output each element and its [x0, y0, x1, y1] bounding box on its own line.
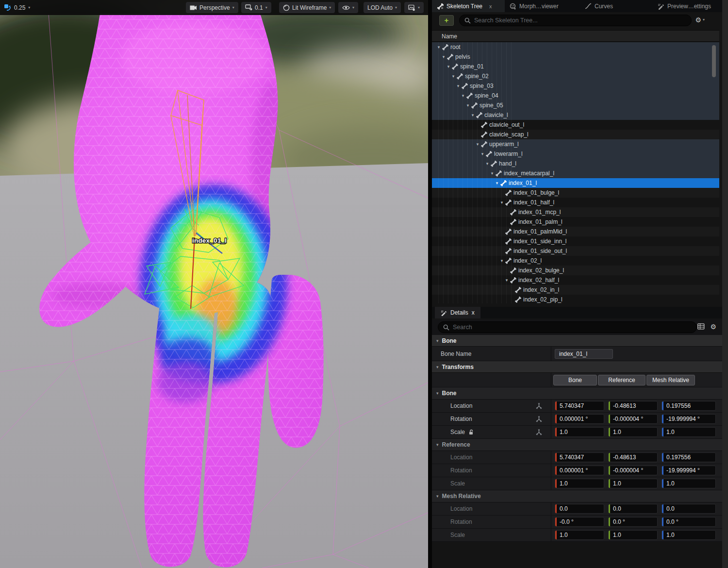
section-header-transforms[interactable]: ▾ Transforms — [432, 361, 722, 373]
tree-row-index_01_palmMid_l[interactable]: index_01_palmMid_l — [432, 227, 719, 236]
tree-row-spine_04[interactable]: ▾spine_04 — [432, 91, 719, 100]
screenshot-dropdown[interactable]: ▾ — [404, 2, 424, 13]
tree-row-index_01_palm_l[interactable]: index_01_palm_l — [432, 217, 719, 227]
expander-icon[interactable]: ▾ — [455, 84, 461, 88]
z-value-field[interactable]: -19.999994 ° — [662, 466, 716, 475]
y-value-field[interactable]: -0.48613 — [608, 452, 658, 462]
tree-row-index_01_l[interactable]: ▾index_01_l — [432, 178, 719, 188]
subsection-header-reference[interactable]: ▾Reference — [432, 439, 722, 451]
viewport-3d[interactable]: index_01_l 0.25 ▾ Perspective ▾ — [0, 0, 428, 568]
bone-name-field[interactable]: index_01_l — [555, 349, 613, 359]
tree-column-header[interactable]: Name — [432, 30, 719, 42]
show-flags-dropdown[interactable]: ▾ — [338, 2, 358, 13]
expander-icon[interactable]: ▾ — [475, 142, 480, 147]
y-value-field[interactable]: 1.0 — [608, 479, 658, 488]
tree-row-clavicle_scap_l[interactable]: clavicle_scap_l — [432, 130, 719, 139]
expander-icon[interactable]: ▾ — [484, 161, 490, 166]
section-header-bone[interactable]: ▾ Bone — [432, 335, 722, 347]
tree-row-index_01_half_l[interactable]: ▾index_01_half_l — [432, 198, 719, 207]
reference-transform-button[interactable]: Reference — [598, 375, 645, 385]
z-value-field[interactable]: 0.197556 — [662, 401, 716, 411]
x-value-field[interactable]: 0.000001 ° — [555, 414, 604, 424]
x-value-field[interactable]: 5.740347 — [555, 452, 604, 462]
lod-dropdown[interactable]: LOD Auto ▾ — [364, 2, 401, 13]
x-value-field[interactable]: 0.0 — [555, 504, 604, 514]
display-options-icon[interactable] — [697, 323, 705, 330]
expander-icon[interactable]: ▾ — [460, 93, 466, 98]
mesh-relative-transform-button[interactable]: Mesh Relative — [646, 375, 695, 385]
tree-row-spine_05[interactable]: ▾spine_05 — [432, 100, 719, 110]
y-value-field[interactable]: -0.000004 ° — [608, 466, 658, 475]
tree-row-root[interactable]: ▾root — [432, 42, 719, 52]
tree-row-pelvis[interactable]: ▾pelvis — [432, 52, 719, 62]
skeleton-tree-search[interactable]: Search Skeleton Tree... — [459, 15, 692, 26]
tree-row-hand_l[interactable]: ▾hand_l — [432, 159, 719, 168]
bone-transform-button[interactable]: Bone — [553, 375, 597, 385]
camera-speed-dropdown[interactable]: 0.1 ▾ — [241, 2, 271, 13]
z-value-field[interactable]: 0.0 ° — [662, 517, 716, 527]
close-icon[interactable]: x — [472, 309, 475, 316]
tree-row-clavicle_out_l[interactable]: clavicle_out_l — [432, 120, 719, 130]
expander-icon[interactable]: ▾ — [436, 45, 442, 50]
tree-scrollbar[interactable] — [712, 45, 716, 77]
close-icon[interactable]: x — [489, 3, 492, 9]
tree-row-index_01_mcp_l[interactable]: index_01_mcp_l — [432, 207, 719, 217]
details-settings-icon[interactable]: ⚙ — [710, 323, 716, 331]
x-value-field[interactable]: 1.0 — [555, 479, 604, 488]
transform-gizmo-icon[interactable] — [536, 429, 542, 435]
expander-icon[interactable]: ▾ — [465, 103, 471, 108]
subsection-header-mesh-relative[interactable]: ▾Mesh Relative — [432, 490, 722, 502]
tab-details[interactable]: Details x — [435, 307, 480, 318]
perspective-dropdown[interactable]: Perspective ▾ — [186, 2, 238, 13]
tree-row-index_01_bulge_l[interactable]: index_01_bulge_l — [432, 188, 719, 198]
y-value-field[interactable]: 0.0 ° — [608, 517, 658, 527]
expander-icon[interactable]: ▾ — [450, 74, 456, 79]
x-value-field[interactable]: -0.0 ° — [555, 517, 604, 527]
z-value-field[interactable]: 1.0 — [662, 427, 716, 437]
expander-icon[interactable]: ▾ — [489, 171, 495, 176]
tree-row-lowerarm_l[interactable]: ▾lowerarm_l — [432, 149, 719, 159]
tree-row-upperarm_l[interactable]: ▾upperarm_l — [432, 139, 719, 149]
tab-curves[interactable]: Curves — [580, 0, 653, 12]
tree-row-spine_02[interactable]: ▾spine_02 — [432, 71, 719, 81]
x-value-field[interactable]: 1.0 — [555, 530, 604, 540]
details-search[interactable]: Search — [438, 321, 697, 333]
z-value-field[interactable]: 1.0 — [662, 530, 716, 540]
tree-row-clavicle_l[interactable]: ▾clavicle_l — [432, 110, 719, 120]
unlock-icon[interactable] — [469, 429, 474, 435]
tree-row-index_02_in_l[interactable]: index_02_in_l — [432, 285, 719, 295]
tree-row-index_01_side_out_l[interactable]: index_01_side_out_l — [432, 246, 719, 256]
tree-row-spine_01[interactable]: ▾spine_01 — [432, 62, 719, 71]
z-value-field[interactable]: 0.197556 — [662, 452, 716, 462]
tree-row-spine_03[interactable]: ▾spine_03 — [432, 81, 719, 91]
x-value-field[interactable]: 5.740347 — [555, 401, 604, 411]
expander-icon[interactable]: ▾ — [504, 278, 510, 283]
tree-row-index_02_l[interactable]: ▾index_02_l — [432, 256, 719, 266]
expander-icon[interactable]: ▾ — [494, 181, 500, 185]
y-value-field[interactable]: 1.0 — [608, 427, 658, 437]
tree-row-index_02_half_l[interactable]: ▾index_02_half_l — [432, 275, 719, 285]
transform-gizmo-icon[interactable] — [536, 416, 542, 422]
tab-skeleton-tree[interactable]: Skeleton Tree x — [432, 0, 505, 12]
tree-row-index_02_pip_l[interactable]: index_02_pip_l — [432, 295, 719, 303]
y-value-field[interactable]: -0.48613 — [608, 401, 658, 411]
tree-row-index_metacarpal_l[interactable]: ▾index_metacarpal_l — [432, 168, 719, 178]
y-value-field[interactable]: 0.0 — [608, 504, 658, 514]
transform-gizmo-icon[interactable] — [536, 403, 542, 409]
z-value-field[interactable]: 1.0 — [662, 479, 716, 488]
expander-icon[interactable]: ▾ — [470, 113, 476, 117]
add-bone-button[interactable]: + — [439, 15, 454, 26]
expander-icon[interactable]: ▾ — [441, 54, 447, 59]
tree-row-index_01_side_inn_l[interactable]: index_01_side_inn_l — [432, 236, 719, 246]
screen-percentage-control[interactable]: 0.25 ▾ — [4, 2, 30, 13]
x-value-field[interactable]: 0.000001 ° — [555, 466, 604, 475]
expander-icon[interactable]: ▾ — [499, 258, 505, 263]
tab-morph-target-previewer[interactable]: Morph…viewer — [505, 0, 580, 12]
y-value-field[interactable]: 1.0 — [608, 530, 658, 540]
tab-preview-scene-settings[interactable]: Preview…ettings — [653, 0, 722, 12]
y-value-field[interactable]: -0.000004 ° — [608, 414, 658, 424]
expander-icon[interactable]: ▾ — [480, 151, 485, 156]
x-value-field[interactable]: 1.0 — [555, 427, 604, 437]
z-value-field[interactable]: -19.999994 ° — [662, 414, 716, 424]
tree-settings-button[interactable]: ⚙ ▾ — [695, 16, 705, 24]
